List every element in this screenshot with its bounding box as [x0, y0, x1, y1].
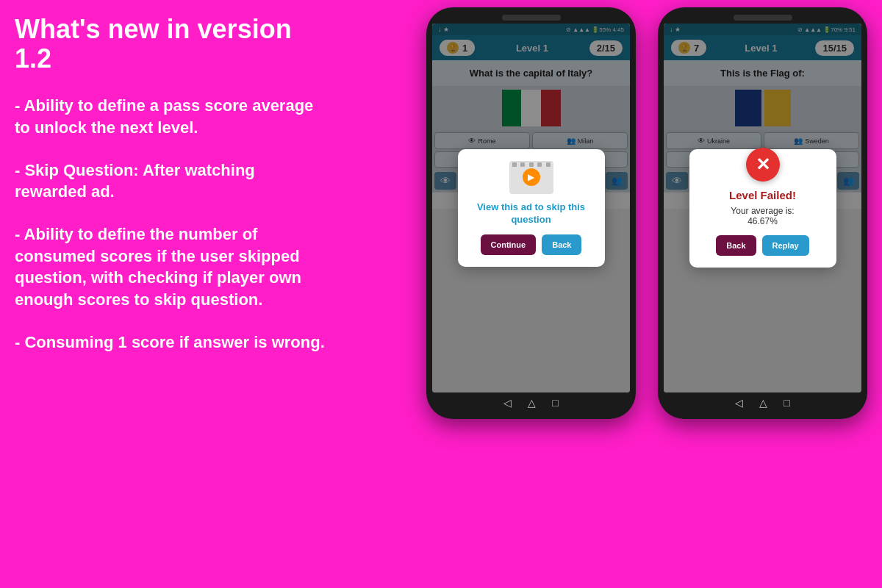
feature-2: - Skip Question: After watching rewarded…: [15, 159, 331, 203]
film-hole-4: [537, 162, 542, 167]
phone-2-nav-back[interactable]: ◁: [735, 397, 743, 409]
phone-1-modal-text: View this ad to skip this question: [470, 201, 593, 226]
film-hole-1: [512, 162, 517, 167]
film-hole-2: [520, 162, 525, 167]
feature-3: - Ability to define the number of consum…: [15, 223, 331, 311]
phone-2-nav-recent[interactable]: □: [784, 397, 789, 409]
phone-1-nav-home[interactable]: △: [528, 397, 536, 409]
feature-4: - Consuming 1 score if answer is wrong.: [15, 331, 331, 354]
feature-1: - Ability to define a pass score average…: [15, 95, 331, 138]
phones-container: ↓ ★ ⊘ ▲▲▲ 🔋55% 4:45 🏆 1 Level 1 2/15 Wha…: [426, 7, 867, 419]
phone-1-screen: ↓ ★ ⊘ ▲▲▲ 🔋55% 4:45 🏆 1 Level 1 2/15 Wha…: [432, 24, 630, 392]
phone-2-modal-card: ✕ Level Failed! Your average is:46.67% B…: [689, 149, 836, 268]
phone-1-nav-recent[interactable]: □: [552, 397, 558, 409]
phone-2-replay-btn[interactable]: Replay: [762, 235, 809, 256]
ad-video-icon: ▶: [509, 161, 553, 194]
phone-1-modal-overlay: ▶ View this ad to skip this question Con…: [432, 24, 630, 392]
film-hole-3: [529, 162, 534, 167]
phone-1-modal-buttons: Continue Back: [470, 234, 593, 255]
phone-2: ↓ ★ ⊘ ▲▲▲ 🔋70% 9:51 🏆 7 Level 1 15/15 Th…: [658, 7, 867, 419]
fail-x-icon: ✕: [746, 148, 780, 182]
phone-2-notch: [734, 15, 792, 21]
features-section: What's new in version 1.2 - Ability to d…: [15, 15, 331, 373]
film-holes: [509, 161, 553, 168]
play-circle: ▶: [523, 168, 540, 186]
phone-2-screen: ↓ ★ ⊘ ▲▲▲ 🔋70% 9:51 🏆 7 Level 1 15/15 Th…: [664, 24, 861, 392]
phone-1-nav-back[interactable]: ◁: [503, 397, 512, 409]
phone-2-modal-overlay: ✕ Level Failed! Your average is:46.67% B…: [664, 24, 861, 392]
phone-1-continue-btn[interactable]: Continue: [481, 234, 537, 255]
phone-2-modal-buttons: Back Replay: [701, 235, 825, 256]
phone-1-back-btn[interactable]: Back: [542, 234, 581, 255]
phone-2-fail-title: Level Failed!: [701, 189, 825, 201]
phone-2-nav-bar: ◁ △ □: [664, 392, 861, 412]
phone-1-notch: [502, 15, 561, 21]
phone-1: ↓ ★ ⊘ ▲▲▲ 🔋55% 4:45 🏆 1 Level 1 2/15 Wha…: [426, 7, 636, 419]
film-hole-5: [546, 162, 551, 167]
phone-1-nav-bar: ◁ △ □: [432, 392, 630, 412]
page-title: What's new in version 1.2: [15, 15, 331, 73]
phone-1-modal-card: ▶ View this ad to skip this question Con…: [458, 149, 605, 268]
phone-2-fail-text: Your average is:46.67%: [701, 206, 825, 226]
phone-2-nav-home[interactable]: △: [759, 397, 767, 409]
film-strip: ▶: [509, 161, 553, 194]
phone-2-back-btn[interactable]: Back: [716, 235, 756, 256]
